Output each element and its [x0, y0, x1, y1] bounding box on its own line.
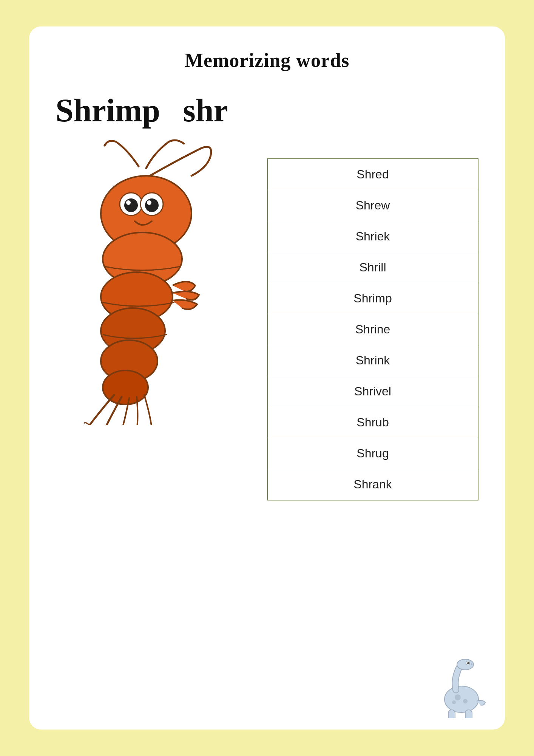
- word-cell: Shrank: [267, 469, 478, 500]
- word-cell: Shrub: [267, 407, 478, 438]
- svg-rect-21: [448, 710, 455, 718]
- svg-point-18: [467, 662, 469, 664]
- word-cell: Shrug: [267, 438, 478, 469]
- dino-illustration: [437, 658, 486, 718]
- left-section: Shrimp shr: [56, 94, 252, 707]
- svg-point-3: [124, 198, 138, 212]
- table-row: Shrine: [267, 314, 478, 345]
- table-row: Shrub: [267, 407, 478, 438]
- table-row: Shriek: [267, 221, 478, 252]
- svg-point-20: [471, 663, 472, 665]
- table-row: Shrivel: [267, 376, 478, 407]
- word-cell: Shrine: [267, 314, 478, 345]
- svg-point-13: [455, 694, 461, 700]
- word-cell: Shrew: [267, 190, 478, 221]
- word-table: ShredShrewShriekShrillShrimpShrineShrink…: [267, 158, 478, 500]
- table-row: Shrew: [267, 190, 478, 221]
- svg-point-4: [145, 198, 159, 212]
- word-cell: Shrimp: [267, 283, 478, 314]
- table-row: Shrimp: [267, 283, 478, 314]
- phoneme-heading: shr: [183, 94, 228, 127]
- svg-point-19: [468, 662, 468, 663]
- table-row: Shrank: [267, 469, 478, 500]
- word-cell: Shrill: [267, 252, 478, 283]
- word-cell: Shriek: [267, 221, 478, 252]
- svg-point-5: [126, 200, 131, 205]
- word-cell: Shrivel: [267, 376, 478, 407]
- svg-point-12: [444, 686, 478, 713]
- word-cell: Shrink: [267, 345, 478, 376]
- page-title: Memorizing words: [56, 49, 478, 71]
- word-heading: Shrimp: [56, 94, 160, 127]
- svg-rect-22: [465, 710, 472, 718]
- svg-point-6: [147, 200, 151, 205]
- table-row: Shrink: [267, 345, 478, 376]
- word-cell: Shred: [267, 159, 478, 190]
- table-row: Shrill: [267, 252, 478, 283]
- table-row: Shred: [267, 159, 478, 190]
- svg-point-15: [452, 700, 456, 704]
- svg-point-14: [463, 699, 468, 703]
- shrimp-illustration: [56, 138, 252, 427]
- right-section: ShredShrewShriekShrillShrimpShrineShrink…: [267, 94, 478, 707]
- table-row: Shrug: [267, 438, 478, 469]
- page-card: Memorizing words Shrimp shr: [29, 26, 505, 730]
